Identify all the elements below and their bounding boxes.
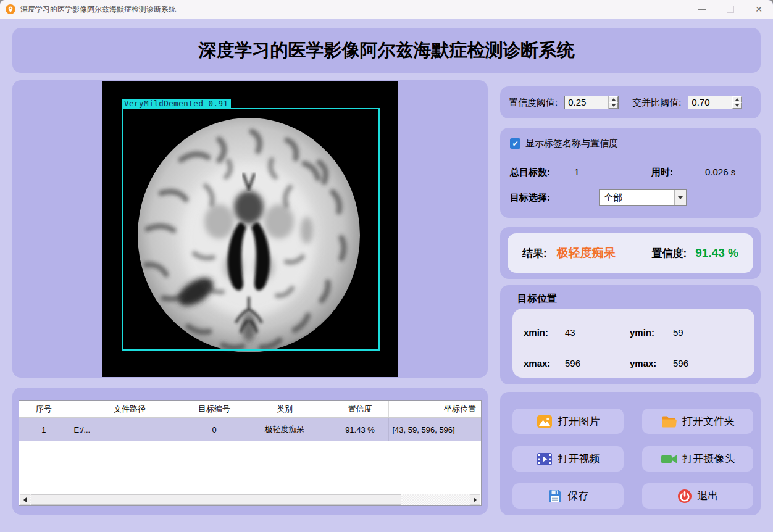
open-camera-button[interactable]: 打开摄像头 [642, 446, 753, 472]
down-arrow-icon [612, 104, 616, 107]
result-box: 结果: 极轻度痴呆 置信度: 91.43 % [508, 233, 753, 273]
cell-index[interactable]: 1 [19, 418, 69, 442]
target-select-value: 全部 [600, 190, 674, 205]
image-viewer-panel: VeryMildDemented 0.91 [12, 80, 488, 378]
target-select-dropdown[interactable]: 全部 [599, 189, 687, 206]
detection-info-panel: ✔ 显示标签名称与置信度 总目标数: 1 用时: 0.026 s 目标选择: 全… [500, 128, 761, 218]
chevron-down-icon [678, 196, 683, 199]
xmax-value: 596 [565, 358, 580, 368]
maximize-icon [727, 6, 734, 13]
iou-spin-up-button[interactable] [732, 96, 742, 102]
target-position-box: xmin: 43 ymin: 59 xmax: 596 ymax: 596 [512, 309, 754, 378]
result-label: 结果: [522, 246, 547, 260]
iou-spin-down-button[interactable] [732, 102, 742, 109]
video-icon [537, 452, 553, 467]
detection-bounding-box [122, 108, 380, 351]
header-coordinates[interactable]: 坐标位置 [388, 401, 481, 418]
confidence-threshold-value[interactable]: 0.25 [565, 96, 608, 109]
header-target-id[interactable]: 目标编号 [191, 401, 238, 418]
cell-confidence[interactable]: 91.43 % [332, 418, 388, 442]
horizontal-scrollbar[interactable] [20, 494, 480, 505]
arrow-left-icon [23, 497, 27, 502]
mri-image-display: VeryMildDemented 0.91 [102, 81, 398, 377]
exit-button[interactable]: 退出 [642, 483, 753, 509]
minimize-button[interactable] [688, 0, 716, 19]
iou-threshold-label: 交并比阈值: [632, 97, 681, 109]
ymin-value: 59 [673, 327, 683, 338]
up-arrow-icon [735, 98, 739, 101]
thresholds-panel: 置信度阈值: 0.25 交并比阈值: 0.70 [500, 86, 761, 118]
banner: 深度学习的医学影像阿尔兹海默症检测诊断系统 [12, 28, 761, 73]
page-title: 深度学习的医学影像阿尔兹海默症检测诊断系统 [199, 38, 575, 63]
elapsed-time-label: 用时: [651, 167, 673, 178]
check-icon: ✔ [512, 140, 518, 148]
save-label: 保存 [568, 489, 589, 503]
open-folder-button[interactable]: 打开文件夹 [642, 409, 753, 434]
application-window: 深度学习的医学影像阿尔兹海默症检测诊断系统 ✕ 深度学习的医学影像阿尔兹海默症检… [0, 0, 773, 532]
confidence-spin-down-button[interactable] [609, 102, 618, 109]
down-arrow-icon [735, 104, 739, 107]
cell-coordinates[interactable]: [43, 59, 596, 596] [388, 418, 481, 442]
ymax-label: ymax: [630, 358, 656, 368]
elapsed-time-value: 0.026 s [705, 167, 735, 177]
result-panel: 结果: 极轻度痴呆 置信度: 91.43 % [500, 227, 761, 279]
scroll-right-button[interactable] [470, 494, 480, 505]
target-select-label: 目标选择: [510, 192, 550, 204]
app-icon [6, 4, 15, 14]
results-table-panel: 序号 文件路径 目标编号 类别 置信度 坐标位置 1 E:/... 0 极轻度痴… [12, 388, 488, 515]
ymin-label: ymin: [630, 327, 654, 338]
close-button[interactable]: ✕ [745, 0, 773, 19]
title-bar: 深度学习的医学影像阿尔兹海默症检测诊断系统 ✕ [0, 0, 773, 19]
open-camera-label: 打开摄像头 [683, 452, 735, 466]
camera-icon [661, 452, 677, 467]
header-index[interactable]: 序号 [19, 401, 69, 418]
xmin-label: xmin: [524, 327, 548, 338]
actions-panel: 打开图片 打开文件夹 打开视频 [500, 392, 761, 515]
open-video-label: 打开视频 [558, 452, 600, 466]
cell-category[interactable]: 极轻度痴呆 [238, 418, 332, 442]
open-image-label: 打开图片 [558, 414, 600, 428]
header-confidence[interactable]: 置信度 [332, 401, 388, 418]
minimize-icon [698, 9, 706, 10]
confidence-threshold-spinbox[interactable]: 0.25 [564, 96, 619, 109]
table-row[interactable]: 1 E:/... 0 极轻度痴呆 91.43 % [43, 59, 596, 5… [19, 418, 481, 442]
ymax-value: 596 [673, 358, 688, 368]
show-labels-checkbox[interactable]: ✔ [510, 138, 520, 149]
arrow-right-icon [474, 497, 477, 502]
dropdown-button[interactable] [674, 190, 686, 205]
window-title: 深度学习的医学影像阿尔兹海默症检测诊断系统 [20, 4, 176, 15]
cell-file-path[interactable]: E:/... [69, 418, 191, 442]
target-position-title: 目标位置 [517, 293, 557, 305]
confidence-threshold-label: 置信度阈值: [509, 97, 558, 109]
power-icon [677, 489, 692, 504]
image-icon [537, 414, 553, 429]
header-file-path[interactable]: 文件路径 [69, 401, 191, 418]
save-icon [548, 489, 562, 504]
maximize-button[interactable] [716, 0, 745, 19]
header-category[interactable]: 类别 [238, 401, 332, 418]
cell-target-id[interactable]: 0 [191, 418, 238, 442]
scroll-left-button[interactable] [20, 494, 30, 505]
result-value: 极轻度痴呆 [557, 245, 616, 261]
folder-icon [661, 414, 677, 429]
exit-label: 退出 [698, 489, 719, 503]
confidence-spin-up-button[interactable] [609, 96, 618, 102]
detection-label: VeryMildDemented 0.91 [122, 99, 231, 108]
up-arrow-icon [612, 98, 616, 101]
show-labels-option[interactable]: ✔ 显示标签名称与置信度 [510, 138, 618, 149]
iou-threshold-spinbox[interactable]: 0.70 [688, 96, 742, 109]
show-labels-label: 显示标签名称与置信度 [525, 138, 618, 149]
results-table[interactable]: 序号 文件路径 目标编号 类别 置信度 坐标位置 1 E:/... 0 极轻度痴… [19, 400, 482, 506]
xmax-label: xmax: [524, 358, 550, 368]
total-targets-label: 总目标数: [510, 167, 550, 178]
open-video-button[interactable]: 打开视频 [512, 446, 624, 472]
open-folder-label: 打开文件夹 [682, 414, 735, 428]
iou-threshold-value[interactable]: 0.70 [688, 96, 732, 109]
total-targets-value: 1 [574, 167, 579, 177]
open-image-button[interactable]: 打开图片 [512, 409, 624, 434]
scrollbar-thumb[interactable] [31, 494, 401, 505]
result-confidence-value: 91.43 % [695, 246, 738, 260]
xmin-value: 43 [565, 327, 575, 338]
close-icon: ✕ [755, 5, 763, 14]
save-button[interactable]: 保存 [512, 483, 624, 509]
